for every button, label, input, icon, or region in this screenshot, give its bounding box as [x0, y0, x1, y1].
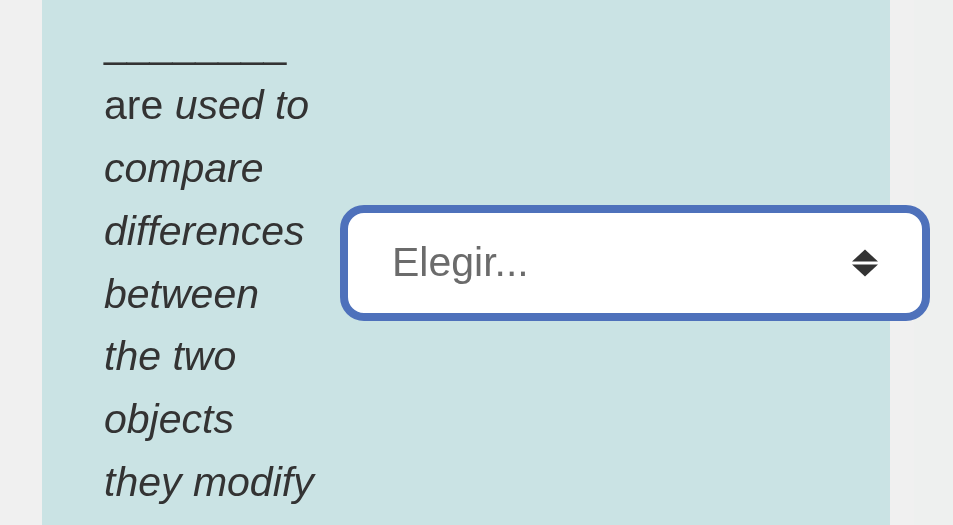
sort-icon: [852, 249, 878, 276]
question-row: ________ are used to compare differences…: [42, 0, 890, 525]
question-card: ________ are used to compare differences…: [42, 0, 890, 525]
question-text: ________ are used to compare differences…: [104, 12, 322, 514]
answer-select-wrapper: Elegir...: [340, 205, 930, 321]
fill-blank: ________: [104, 12, 322, 75]
page-container: ________ are used to compare differences…: [0, 0, 953, 525]
answer-select[interactable]: Elegir...: [340, 205, 930, 321]
select-placeholder: Elegir...: [392, 239, 529, 286]
question-italic: used to compare differences between the …: [104, 82, 314, 504]
chevron-up-icon: [852, 249, 878, 261]
question-lead: are: [104, 82, 175, 128]
chevron-down-icon: [852, 264, 878, 276]
